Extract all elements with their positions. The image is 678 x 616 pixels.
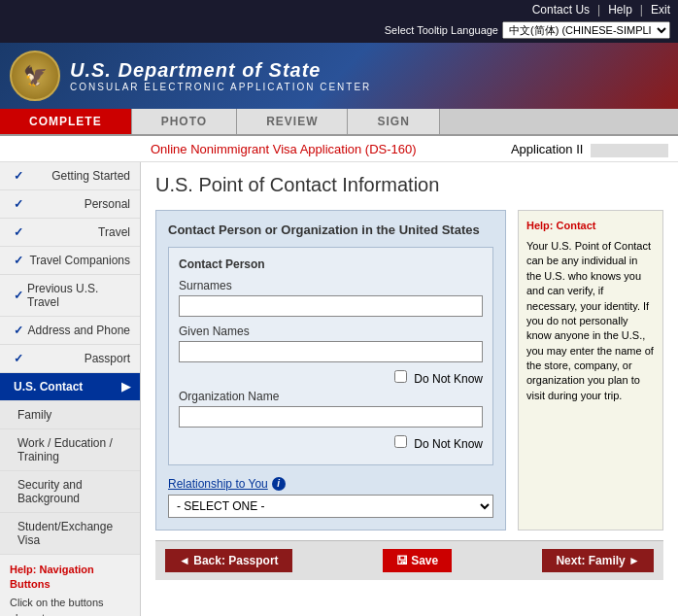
- help-box-text: Your U.S. Point of Contact can be any in…: [526, 239, 655, 403]
- next-button[interactable]: Next: Family ►: [542, 549, 654, 572]
- sidebar-item-getting-started[interactable]: ✓ Getting Started: [0, 162, 140, 190]
- sidebar-check-getting-started: ✓: [14, 169, 23, 183]
- sidebar-check-travel: ✓: [14, 225, 23, 239]
- save-button[interactable]: 🖫 Save: [383, 549, 452, 572]
- do-not-know-checkbox-2[interactable]: [394, 435, 407, 448]
- language-bar: Select Tooltip Language 中文(简体) (CHINESE-…: [0, 19, 678, 43]
- given-names-input[interactable]: [179, 341, 483, 362]
- sidebar-item-passport[interactable]: ✓ Passport: [0, 345, 140, 373]
- sidebar-check-address: ✓: [14, 324, 23, 337]
- do-not-know-checkbox-1[interactable]: [394, 370, 407, 383]
- tab-complete[interactable]: COMPLETE: [0, 109, 132, 134]
- help-box-title: Help: Contact: [526, 219, 655, 233]
- surnames-label: Surnames: [179, 279, 483, 292]
- relationship-select[interactable]: - SELECT ONE -: [168, 495, 493, 518]
- form-section: Contact Person or Organization in the Un…: [155, 210, 506, 530]
- sidebar-item-address[interactable]: ✓ Address and Phone: [0, 317, 140, 345]
- contact-person-title: Contact Person: [179, 257, 483, 271]
- do-not-know-row-1: Do Not Know: [179, 370, 483, 386]
- sidebar-item-prev-travel[interactable]: ✓ Previous U.S. Travel: [0, 275, 140, 317]
- org-name-label: Organization Name: [179, 390, 483, 403]
- surnames-field-group: Surnames: [179, 279, 483, 317]
- tab-photo[interactable]: PHOTO: [132, 109, 237, 134]
- sub-name: CONSULAR ELECTRONIC APPLICATION CENTER: [70, 82, 371, 92]
- main-content: U.S. Point of Contact Information Contac…: [141, 162, 678, 616]
- language-label: Select Tooltip Language: [385, 24, 498, 36]
- sidebar-check-personal: ✓: [14, 197, 23, 211]
- do-not-know-label-1[interactable]: Do Not Know: [394, 372, 483, 386]
- form-outer: Contact Person or Organization in the Un…: [155, 210, 663, 530]
- sidebar-check-travel-companions: ✓: [14, 254, 23, 267]
- sidebar-item-us-contact[interactable]: U.S. Contact ▶: [0, 373, 140, 401]
- seal-icon: 🦅: [10, 51, 60, 101]
- help-link[interactable]: Help: [608, 3, 632, 17]
- bottom-nav: ◄ Back: Passport 🖫 Save Next: Family ►: [155, 540, 663, 580]
- relationship-section: Relationship to You i - SELECT ONE -: [168, 477, 493, 518]
- sidebar-item-security[interactable]: Security and Background: [0, 471, 140, 513]
- language-select[interactable]: 中文(简体) (CHINESE-SIMPLI: [502, 21, 670, 39]
- dept-name: U.S. Department of State: [70, 59, 371, 82]
- org-name-field-group: Organization Name: [179, 390, 483, 428]
- help-box: Help: Contact Your U.S. Point of Contact…: [518, 210, 663, 530]
- header-text: U.S. Department of State CONSULAR ELECTR…: [70, 59, 371, 92]
- sidebar-item-family[interactable]: Family: [0, 401, 140, 429]
- app-id-value: [591, 144, 668, 157]
- app-id: Application II: [511, 142, 668, 157]
- given-names-label: Given Names: [179, 325, 483, 338]
- sidebar-check-prev-travel: ✓: [14, 289, 23, 302]
- org-name-input[interactable]: [179, 406, 483, 428]
- sidebar-help-title: Help: Navigation Buttons: [10, 563, 130, 593]
- given-names-field-group: Given Names: [179, 325, 483, 362]
- site-header: 🦅 U.S. Department of State CONSULAR ELEC…: [0, 43, 678, 109]
- sidebar-item-work-education[interactable]: Work / Education / Training: [0, 429, 140, 471]
- relationship-label[interactable]: Relationship to You i: [168, 477, 493, 491]
- form-section-title: Contact Person or Organization in the Un…: [168, 222, 493, 237]
- contact-person-box: Contact Person Surnames Given Names Do N…: [168, 247, 493, 465]
- sidebar-help: Help: Navigation Buttons Click on the bu…: [0, 555, 140, 616]
- top-bar: Contact Us | Help | Exit: [0, 0, 678, 19]
- arrow-icon: ▶: [121, 380, 130, 394]
- page-title: U.S. Point of Contact Information: [155, 174, 663, 196]
- sidebar-check-passport: ✓: [14, 352, 23, 365]
- main-layout: ✓ Getting Started ✓ Personal ✓ Travel ✓ …: [0, 162, 678, 616]
- sidebar-item-personal[interactable]: ✓ Personal: [0, 190, 140, 219]
- contact-us-link[interactable]: Contact Us: [532, 3, 590, 17]
- sidebar-help-text: Click on the buttons above to access pre…: [10, 596, 130, 616]
- app-title: Online Nonimmigrant Visa Application (DS…: [151, 142, 417, 156]
- sidebar-item-travel-companions[interactable]: ✓ Travel Companions: [0, 247, 140, 275]
- info-icon: i: [272, 477, 286, 491]
- surnames-input[interactable]: [179, 295, 483, 317]
- app-header: Online Nonimmigrant Visa Application (DS…: [0, 136, 678, 162]
- do-not-know-label-2[interactable]: Do Not Know: [394, 437, 483, 451]
- separator-2: |: [640, 3, 643, 17]
- sidebar-item-student[interactable]: Student/Exchange Visa: [0, 513, 140, 555]
- tab-sign[interactable]: SIGN: [348, 109, 439, 134]
- sidebar: ✓ Getting Started ✓ Personal ✓ Travel ✓ …: [0, 162, 141, 616]
- exit-link[interactable]: Exit: [651, 3, 670, 17]
- sidebar-item-travel[interactable]: ✓ Travel: [0, 219, 140, 247]
- separator-1: |: [597, 3, 600, 17]
- nav-tabs: COMPLETE PHOTO REVIEW SIGN: [0, 109, 678, 136]
- do-not-know-row-2: Do Not Know: [179, 435, 483, 451]
- tab-review[interactable]: REVIEW: [237, 109, 348, 134]
- back-button[interactable]: ◄ Back: Passport: [165, 549, 292, 572]
